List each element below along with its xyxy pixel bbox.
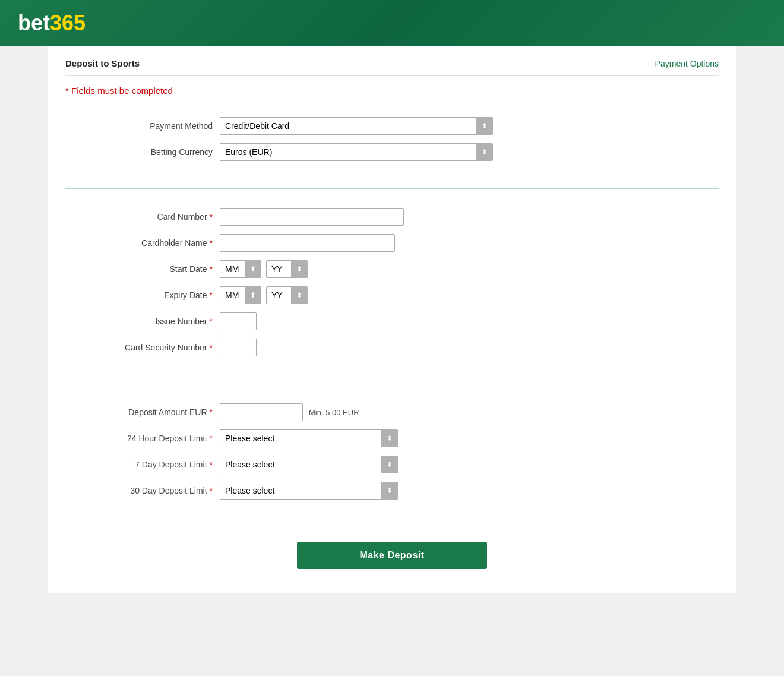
limit-30d-star: * xyxy=(210,486,213,495)
page-header: Deposit to Sports Payment Options xyxy=(65,58,719,76)
limit-7d-select-wrapper: Please select xyxy=(220,456,398,473)
betting-currency-label: Betting Currency xyxy=(65,147,220,157)
issue-number-input[interactable] xyxy=(220,312,257,330)
divider-3 xyxy=(65,527,719,527)
limit-7d-row: 7 Day Deposit Limit* Please select xyxy=(65,456,719,473)
betting-currency-select[interactable]: Euros (EUR) xyxy=(220,143,493,161)
deposit-amount-row: Deposit Amount EUR* Min. 5.00 EUR xyxy=(65,403,719,421)
card-number-label: Card Number* xyxy=(65,212,220,222)
cardholder-name-label: Cardholder Name* xyxy=(65,238,220,248)
card-security-input[interactable] xyxy=(220,339,257,356)
deposit-amount-star: * xyxy=(210,408,213,417)
expiry-date-mm-select[interactable]: MM xyxy=(220,286,261,304)
expiry-date-star: * xyxy=(210,290,213,300)
start-date-yy-select[interactable]: YY xyxy=(266,260,308,278)
start-date-mm-wrapper: MM xyxy=(220,260,261,278)
deposit-amount-label: Deposit Amount EUR* xyxy=(65,408,220,417)
expiry-date-group: MM YY xyxy=(220,286,308,304)
start-date-yy-wrapper: YY xyxy=(266,260,308,278)
limit-7d-label: 7 Day Deposit Limit* xyxy=(65,460,220,469)
limit-24h-select-wrapper: Please select xyxy=(220,429,398,447)
betting-currency-select-wrapper: Euros (EUR) xyxy=(220,143,493,161)
expiry-date-row: Expiry Date* MM YY xyxy=(65,286,719,304)
site-logo: bet365 xyxy=(18,11,86,36)
cardholder-name-star: * xyxy=(210,238,213,248)
make-deposit-button[interactable]: Make Deposit xyxy=(297,542,487,569)
deposit-section: Deposit Amount EUR* Min. 5.00 EUR 24 Hou… xyxy=(65,394,719,517)
card-security-star: * xyxy=(210,343,213,352)
limit-24h-star: * xyxy=(210,434,213,443)
issue-number-label: Issue Number* xyxy=(65,317,220,326)
limit-24h-select[interactable]: Please select xyxy=(220,429,398,447)
logo-365: 365 xyxy=(50,11,86,35)
payment-method-select-wrapper: Credit/Debit Card xyxy=(220,117,493,135)
limit-24h-row: 24 Hour Deposit Limit* Please select xyxy=(65,429,719,447)
limit-30d-select-wrapper: Please select xyxy=(220,482,398,500)
start-date-row: Start Date* MM YY xyxy=(65,260,719,278)
payment-method-section: Payment Method Credit/Debit Card Betting… xyxy=(65,108,719,179)
card-security-label: Card Security Number* xyxy=(65,343,220,352)
start-date-group: MM YY xyxy=(220,260,308,278)
payment-method-select[interactable]: Credit/Debit Card xyxy=(220,117,493,135)
expiry-date-yy-wrapper: YY xyxy=(266,286,308,304)
limit-30d-label: 30 Day Deposit Limit* xyxy=(65,486,220,495)
card-number-row: Card Number* xyxy=(65,208,719,226)
cardholder-name-input[interactable] xyxy=(220,234,395,252)
betting-currency-row: Betting Currency Euros (EUR) xyxy=(65,143,719,161)
cardholder-name-row: Cardholder Name* xyxy=(65,234,719,252)
payment-method-label: Payment Method xyxy=(65,121,220,131)
limit-30d-select[interactable]: Please select xyxy=(220,482,398,500)
limit-7d-star: * xyxy=(210,460,213,469)
card-number-input[interactable] xyxy=(220,208,404,226)
expiry-date-mm-wrapper: MM xyxy=(220,286,261,304)
deposit-hint: Min. 5.00 EUR xyxy=(309,408,359,417)
payment-options-link[interactable]: Payment Options xyxy=(655,59,719,68)
deposit-amount-input[interactable] xyxy=(220,403,303,421)
payment-method-row: Payment Method Credit/Debit Card xyxy=(65,117,719,135)
card-number-star: * xyxy=(210,212,213,222)
start-date-mm-select[interactable]: MM xyxy=(220,260,261,278)
start-date-label: Start Date* xyxy=(65,264,220,274)
divider-2 xyxy=(65,384,719,384)
limit-7d-select[interactable]: Please select xyxy=(220,456,398,473)
page-title: Deposit to Sports xyxy=(65,58,140,68)
expiry-date-yy-select[interactable]: YY xyxy=(266,286,308,304)
divider-1 xyxy=(65,188,719,189)
start-date-star: * xyxy=(210,264,213,274)
issue-number-row: Issue Number* xyxy=(65,312,719,330)
card-details-section: Card Number* Cardholder Name* Start Date… xyxy=(65,198,719,374)
main-container: Deposit to Sports Payment Options * Fiel… xyxy=(48,46,736,593)
site-header: bet365 xyxy=(0,0,784,46)
limit-24h-label: 24 Hour Deposit Limit* xyxy=(65,434,220,443)
card-security-row: Card Security Number* xyxy=(65,339,719,356)
limit-30d-row: 30 Day Deposit Limit* Please select xyxy=(65,482,719,500)
logo-bet: bet xyxy=(18,11,50,35)
required-notice: * Fields must be completed xyxy=(65,86,719,96)
issue-number-star: * xyxy=(210,317,213,326)
expiry-date-label: Expiry Date* xyxy=(65,290,220,300)
